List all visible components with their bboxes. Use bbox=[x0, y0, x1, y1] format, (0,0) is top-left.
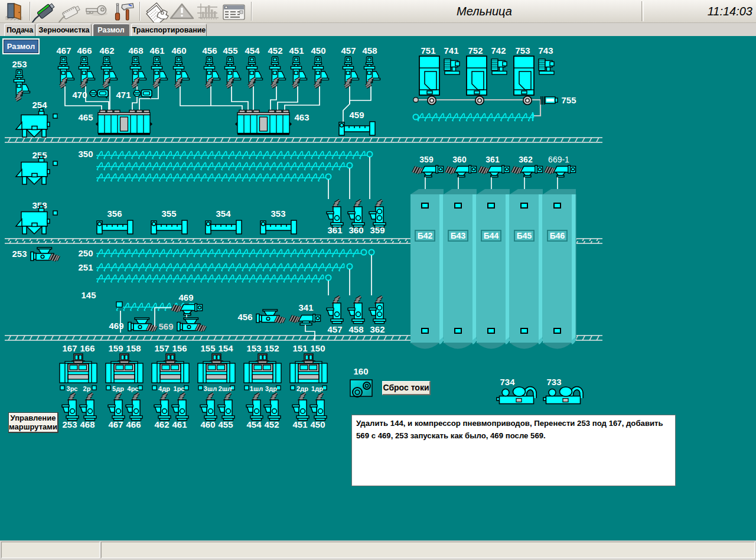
svg-text:156: 156 bbox=[172, 343, 187, 353]
svg-text:471: 471 bbox=[116, 90, 131, 100]
svg-text:456: 456 bbox=[237, 312, 252, 322]
svg-text:465: 465 bbox=[78, 112, 93, 122]
svg-text:Б45: Б45 bbox=[517, 231, 532, 240]
svg-text:Б44: Б44 bbox=[484, 231, 499, 240]
svg-text:755: 755 bbox=[561, 95, 576, 105]
svg-text:753: 753 bbox=[515, 45, 530, 56]
svg-text:151: 151 bbox=[292, 343, 307, 353]
svg-text:751: 751 bbox=[421, 45, 435, 56]
svg-text:743: 743 bbox=[538, 45, 553, 56]
svg-text:468: 468 bbox=[80, 419, 94, 429]
svg-text:167: 167 bbox=[62, 343, 77, 353]
svg-text:3рс: 3рс bbox=[67, 385, 78, 392]
svg-text:741: 741 bbox=[444, 45, 458, 56]
svg-text:458: 458 bbox=[348, 324, 363, 334]
svg-text:466: 466 bbox=[77, 45, 92, 56]
svg-text:153: 153 bbox=[246, 343, 261, 353]
svg-text:359: 359 bbox=[419, 155, 434, 164]
svg-text:353: 353 bbox=[271, 209, 285, 219]
svg-text:360: 360 bbox=[452, 155, 467, 164]
svg-text:150: 150 bbox=[310, 343, 325, 353]
svg-text:354: 354 bbox=[216, 209, 231, 219]
svg-text:157: 157 bbox=[154, 343, 169, 353]
svg-text:154: 154 bbox=[218, 343, 233, 353]
svg-text:361: 361 bbox=[485, 155, 500, 164]
svg-text:451: 451 bbox=[289, 45, 304, 56]
svg-text:461: 461 bbox=[149, 45, 164, 56]
svg-text:Б42: Б42 bbox=[418, 231, 433, 240]
svg-text:460: 460 bbox=[171, 45, 186, 56]
svg-text:355: 355 bbox=[161, 209, 176, 219]
svg-text:450: 450 bbox=[311, 45, 325, 56]
svg-text:1шл: 1шл bbox=[250, 385, 263, 392]
svg-text:159: 159 bbox=[108, 343, 123, 353]
svg-text:455: 455 bbox=[218, 419, 233, 429]
svg-text:2шл: 2шл bbox=[219, 385, 232, 392]
svg-text:469: 469 bbox=[178, 292, 193, 302]
svg-text:1др: 1др bbox=[311, 385, 323, 392]
svg-text:1рс: 1рс bbox=[174, 385, 185, 392]
svg-text:251: 251 bbox=[78, 262, 93, 272]
svg-text:451: 451 bbox=[292, 419, 307, 429]
svg-text:462: 462 bbox=[154, 419, 169, 429]
svg-text:3др: 3др bbox=[265, 385, 277, 392]
svg-text:155: 155 bbox=[200, 343, 215, 353]
svg-text:4др: 4др bbox=[158, 385, 170, 392]
svg-text:160: 160 bbox=[353, 366, 368, 376]
svg-text:454: 454 bbox=[246, 419, 262, 429]
svg-text:463: 463 bbox=[294, 112, 309, 122]
svg-text:3шл: 3шл bbox=[204, 385, 217, 392]
svg-text:458: 458 bbox=[362, 45, 377, 56]
svg-text:4рс: 4рс bbox=[128, 385, 139, 392]
svg-text:362: 362 bbox=[370, 324, 384, 334]
svg-text:450: 450 bbox=[310, 419, 325, 429]
svg-text:461: 461 bbox=[172, 419, 187, 429]
svg-text:341: 341 bbox=[298, 302, 313, 312]
svg-text:452: 452 bbox=[268, 45, 282, 56]
svg-text:350: 350 bbox=[78, 149, 93, 159]
svg-text:734: 734 bbox=[500, 377, 515, 387]
svg-text:669-1: 669-1 bbox=[548, 155, 569, 164]
svg-text:470: 470 bbox=[72, 90, 87, 100]
svg-text:569: 569 bbox=[158, 321, 173, 331]
svg-text:456: 456 bbox=[202, 45, 217, 56]
svg-text:361: 361 bbox=[327, 225, 342, 235]
svg-text:253: 253 bbox=[62, 419, 77, 429]
svg-text:250: 250 bbox=[78, 248, 93, 258]
svg-text:253: 253 bbox=[12, 59, 27, 69]
svg-text:158: 158 bbox=[126, 343, 141, 353]
svg-text:462: 462 bbox=[99, 45, 114, 56]
svg-text:145: 145 bbox=[81, 290, 96, 300]
svg-text:359: 359 bbox=[370, 225, 384, 235]
svg-text:166: 166 bbox=[80, 343, 94, 353]
svg-text:455: 455 bbox=[223, 45, 237, 56]
svg-text:253: 253 bbox=[12, 249, 27, 259]
svg-text:466: 466 bbox=[126, 419, 141, 429]
svg-text:2др: 2др bbox=[296, 385, 308, 392]
svg-text:467: 467 bbox=[56, 45, 71, 56]
svg-text:152: 152 bbox=[264, 343, 279, 353]
svg-text:459: 459 bbox=[349, 110, 364, 120]
svg-text:Б43: Б43 bbox=[451, 231, 466, 240]
svg-text:356: 356 bbox=[107, 209, 122, 219]
svg-text:362: 362 bbox=[519, 155, 533, 164]
svg-text:467: 467 bbox=[108, 419, 123, 429]
svg-text:468: 468 bbox=[128, 45, 143, 56]
svg-text:733: 733 bbox=[546, 377, 561, 387]
svg-text:2р: 2р bbox=[83, 385, 91, 392]
svg-text:452: 452 bbox=[264, 419, 279, 429]
svg-text:752: 752 bbox=[468, 45, 483, 56]
svg-text:360: 360 bbox=[348, 225, 363, 235]
svg-text:457: 457 bbox=[341, 45, 356, 56]
svg-text:460: 460 bbox=[200, 419, 215, 429]
svg-text:742: 742 bbox=[491, 45, 506, 56]
svg-text:457: 457 bbox=[327, 324, 342, 334]
svg-text:5др: 5др bbox=[112, 385, 124, 392]
svg-text:469: 469 bbox=[109, 321, 123, 331]
svg-text:Б46: Б46 bbox=[550, 231, 565, 240]
svg-text:454: 454 bbox=[245, 45, 260, 56]
